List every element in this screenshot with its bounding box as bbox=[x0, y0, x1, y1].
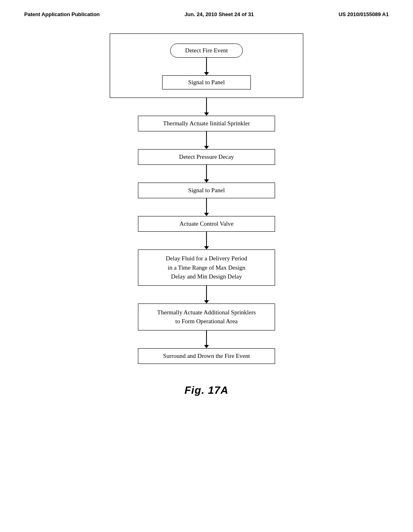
arrow-5 bbox=[204, 198, 209, 216]
arrow-line-7 bbox=[206, 286, 207, 300]
arrow-head-7 bbox=[204, 300, 209, 303]
arrow-line-8 bbox=[206, 330, 207, 345]
arrow-line-4 bbox=[206, 165, 207, 179]
figure-label: Fig. 17A bbox=[184, 384, 228, 397]
arrow-head-5 bbox=[204, 213, 209, 216]
arrow-line-2 bbox=[206, 98, 207, 112]
header-center: Jun. 24, 2010 Sheet 24 of 31 bbox=[184, 11, 254, 17]
arrow-3 bbox=[204, 131, 209, 149]
page-header: Patent Application Publication Jun. 24, … bbox=[0, 0, 413, 17]
arrow-line-5 bbox=[206, 198, 207, 213]
arrow-line-1 bbox=[206, 58, 207, 72]
outer-border-box: Detect Fire Event Signal to Panel bbox=[110, 33, 303, 98]
node-thermally-actuate-initial: Thermally Actuate Iinitial Sprinkler bbox=[138, 116, 275, 131]
below-outer-box: Thermally Actuate Iinitial Sprinkler Det… bbox=[106, 98, 307, 364]
arrow-head-4 bbox=[204, 179, 209, 183]
arrow-head-8 bbox=[204, 345, 209, 348]
node-signal-panel-1: Signal to Panel bbox=[162, 75, 251, 89]
arrow-head-3 bbox=[204, 146, 209, 149]
node-surround-drown: Surround and Drown the Fire Event bbox=[138, 348, 275, 364]
node-signal-panel-2: Signal to Panel bbox=[138, 183, 275, 198]
flow-chart-top: Detect Fire Event Signal to Panel bbox=[122, 44, 291, 89]
arrow-head-1 bbox=[204, 72, 209, 75]
arrow-6 bbox=[204, 232, 209, 249]
arrow-1 bbox=[204, 58, 209, 75]
node-delay-fluid: Delay Fluid for a Delivery Period in a T… bbox=[138, 249, 275, 286]
node-actuate-control-valve: Actuate Control Valve bbox=[138, 216, 275, 232]
arrow-head-2 bbox=[204, 112, 209, 116]
diagram-area: Detect Fire Event Signal to Panel Therma… bbox=[0, 17, 413, 397]
arrow-8 bbox=[204, 330, 209, 348]
arrow-7 bbox=[204, 286, 209, 303]
arrow-4 bbox=[204, 165, 209, 183]
header-left: Patent Application Publication bbox=[24, 11, 100, 17]
node-detect-fire: Detect Fire Event bbox=[170, 44, 243, 58]
arrow-line-3 bbox=[206, 131, 207, 146]
arrow-head-6 bbox=[204, 246, 209, 249]
node-detect-pressure-decay: Detect Pressure Decay bbox=[138, 149, 275, 165]
arrow-2 bbox=[204, 98, 209, 116]
header-right: US 2010/0155089 A1 bbox=[338, 11, 389, 17]
node-thermally-actuate-additional: Thermally Actuate Additional Sprinklers … bbox=[138, 303, 275, 330]
arrow-line-6 bbox=[206, 232, 207, 246]
